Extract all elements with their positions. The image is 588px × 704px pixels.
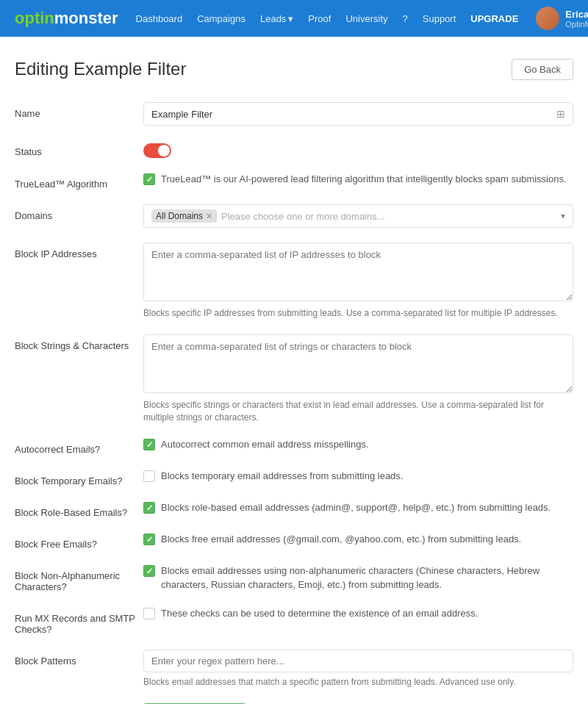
truelead-checkbox[interactable] (143, 173, 155, 185)
nav-leads[interactable]: Leads ▾ (260, 13, 293, 24)
run-mx-label: Run MX Records and SMTP Checks? (15, 607, 143, 635)
name-label: Name (15, 102, 143, 119)
block-ip-textarea[interactable] (143, 243, 573, 301)
nav-links: Dashboard Campaigns Leads ▾ Proof Univer… (136, 13, 519, 24)
status-toggle[interactable] (143, 143, 171, 158)
truelead-label: TrueLead™ Algorithm (15, 173, 143, 190)
truelead-description: TrueLead™ is our AI-powered lead filteri… (161, 173, 567, 186)
name-field-wrap: ⊞ (143, 102, 573, 126)
block-nonalpha-control: Blocks email addresses using non-alphanu… (143, 564, 573, 591)
block-free-checkbox[interactable] (143, 534, 155, 545)
autocorrect-checkbox[interactable] (143, 439, 155, 450)
autocorrect-description: Autocorrect common email address misspel… (161, 438, 369, 451)
logo[interactable]: optinmonster (15, 9, 118, 28)
truelead-checkbox-row: TrueLead™ is our AI-powered lead filteri… (143, 173, 573, 186)
page-title: Editing Example Filter (15, 59, 186, 79)
domains-select[interactable]: All Domains ✕ Please choose one or more … (143, 204, 573, 228)
block-nonalpha-checkbox[interactable] (143, 565, 155, 577)
domains-label: Domains (15, 204, 143, 221)
block-strings-control: Blocks specific strings or characters th… (143, 334, 573, 424)
chevron-down-icon: ▾ (288, 13, 293, 24)
block-nonalpha-description: Blocks email addresses using non-alphanu… (161, 564, 573, 591)
block-ip-label: Block IP Addresses (15, 243, 143, 259)
block-patterns-label: Block Patterns (15, 650, 143, 667)
status-label: Status (15, 140, 143, 157)
name-row: Name ⊞ (15, 102, 573, 126)
domains-control: All Domains ✕ Please choose one or more … (143, 204, 573, 228)
block-role-checkbox[interactable] (143, 502, 155, 514)
block-temp-checkbox[interactable] (143, 470, 155, 482)
avatar (536, 7, 559, 30)
clear-icon[interactable]: ⊞ (556, 108, 565, 120)
run-mx-description: These checks can be used to determine th… (161, 607, 478, 620)
domains-row: Domains All Domains ✕ Please choose one … (15, 204, 573, 228)
status-toggle-wrap (143, 140, 573, 158)
run-mx-control: These checks can be used to determine th… (143, 607, 573, 620)
nav-dashboard[interactable]: Dashboard (136, 13, 183, 24)
domains-placeholder: Please choose one or more domains... (221, 211, 385, 222)
block-strings-row: Block Strings & Characters Blocks specif… (15, 334, 573, 424)
block-free-label: Block Free Emails? (15, 533, 143, 550)
page-header: Editing Example Filter Go Back (15, 59, 573, 80)
name-input-container: ⊞ (143, 102, 573, 126)
block-temp-row: Block Temporary Emails? Blocks temporary… (15, 470, 573, 486)
block-patterns-control: Blocks email addresses that match a spec… (143, 650, 573, 689)
block-patterns-row: Block Patterns Blocks email addresses th… (15, 650, 573, 689)
block-patterns-input[interactable] (143, 650, 573, 672)
status-row: Status (15, 140, 573, 158)
name-input[interactable] (151, 109, 556, 120)
autocorrect-control: Autocorrect common email address misspel… (143, 438, 573, 451)
block-free-control: Blocks free email addresses (@gmail.com,… (143, 533, 573, 546)
block-nonalpha-row: Block Non-Alphanumeric Characters? Block… (15, 564, 573, 592)
nav-proof[interactable]: Proof (308, 13, 331, 24)
remove-domain-tag[interactable]: ✕ (206, 212, 212, 221)
block-ip-hint: Blocks specific IP addresses from submit… (143, 307, 573, 320)
run-mx-checkbox[interactable] (143, 608, 155, 619)
block-temp-label: Block Temporary Emails? (15, 470, 143, 486)
block-free-description: Blocks free email addresses (@gmail.com,… (161, 533, 521, 546)
autocorrect-label: Autocorrect Emails? (15, 438, 143, 455)
chevron-down-icon: ▾ (561, 211, 565, 221)
nav-support[interactable]: Support (423, 13, 456, 24)
block-role-description: Blocks role-based email addresses (admin… (161, 501, 551, 514)
go-back-button[interactable]: Go Back (512, 59, 573, 80)
nav-user[interactable]: Erica OptinMonster... ▾ (536, 7, 588, 30)
block-nonalpha-label: Block Non-Alphanumeric Characters? (15, 564, 143, 592)
all-domains-tag: All Domains ✕ (151, 209, 217, 223)
nav-question[interactable]: ? (403, 13, 408, 24)
nav-upgrade[interactable]: UPGRADE (470, 13, 518, 24)
page: Editing Example Filter Go Back Name ⊞ St… (0, 37, 588, 704)
truelead-row: TrueLead™ Algorithm TrueLead™ is our AI-… (15, 173, 573, 190)
user-name: Erica (565, 9, 588, 20)
block-strings-hint: Blocks specific strings or characters th… (143, 399, 573, 424)
autocorrect-row: Autocorrect Emails? Autocorrect common e… (15, 438, 573, 455)
block-patterns-hint: Blocks email addresses that match a spec… (143, 676, 573, 689)
navbar: optinmonster Dashboard Campaigns Leads ▾… (0, 0, 588, 37)
block-ip-row: Block IP Addresses Blocks specific IP ad… (15, 243, 573, 320)
block-temp-description: Blocks temporary email addresses from su… (161, 470, 403, 483)
block-ip-control: Blocks specific IP addresses from submit… (143, 243, 573, 320)
user-sub: OptinMonster... (565, 20, 588, 29)
block-free-row: Block Free Emails? Blocks free email add… (15, 533, 573, 550)
nav-university[interactable]: University (345, 13, 387, 24)
block-temp-control: Blocks temporary email addresses from su… (143, 470, 573, 483)
nav-campaigns[interactable]: Campaigns (197, 13, 245, 24)
block-strings-label: Block Strings & Characters (15, 334, 143, 351)
truelead-control: TrueLead™ is our AI-powered lead filteri… (143, 173, 573, 186)
block-role-control: Blocks role-based email addresses (admin… (143, 501, 573, 514)
run-mx-row: Run MX Records and SMTP Checks? These ch… (15, 607, 573, 635)
block-role-row: Block Role-Based Emails? Blocks role-bas… (15, 501, 573, 518)
block-strings-textarea[interactable] (143, 334, 573, 393)
block-role-label: Block Role-Based Emails? (15, 501, 143, 518)
